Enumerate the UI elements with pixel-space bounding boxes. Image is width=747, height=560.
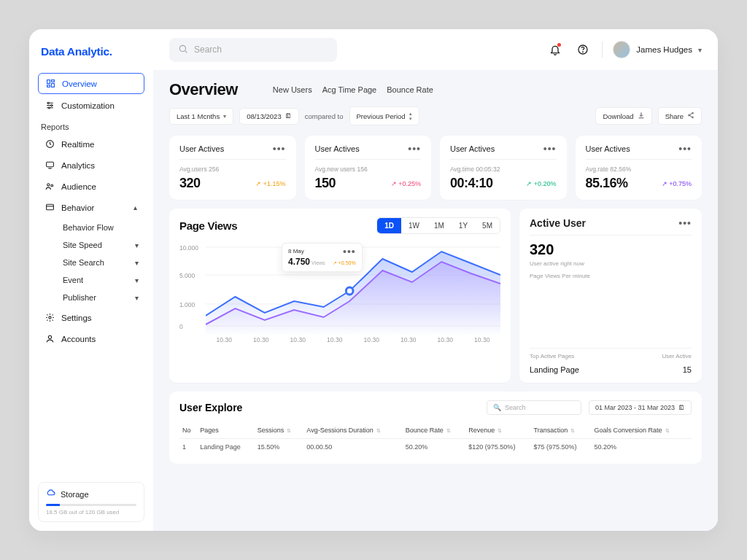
col-header[interactable]: Bounce Rate ⇅ xyxy=(403,422,466,439)
segment-1M[interactable]: 1M xyxy=(427,218,452,233)
date-picker[interactable]: 08/13/2023🗓 xyxy=(239,108,299,125)
tab-acg[interactable]: Acg Time Page xyxy=(322,85,377,94)
stat-delta: ↗ +1.15% xyxy=(255,180,285,187)
segment-1W[interactable]: 1W xyxy=(401,218,427,233)
active-user-sub1: User active right now xyxy=(530,260,692,267)
share-button[interactable]: Share xyxy=(658,107,702,125)
svg-rect-0 xyxy=(47,80,50,84)
col-header[interactable]: Sessions ⇅ xyxy=(255,422,303,439)
chevron-down-icon: ▾ xyxy=(135,259,139,267)
svg-point-24 xyxy=(689,114,690,116)
nav-behavior[interactable]: Behavior ▴ xyxy=(38,198,144,217)
nav-settings[interactable]: Settings xyxy=(38,308,144,327)
nav-label: Settings xyxy=(61,314,92,322)
nav-publisher[interactable]: Publisher▾ xyxy=(57,289,144,306)
svg-point-13 xyxy=(47,184,50,186)
more-icon[interactable]: ••• xyxy=(273,147,286,150)
nav-site-speed[interactable]: Site Speed▾ xyxy=(57,236,144,254)
search-icon: 🔍 xyxy=(493,404,501,411)
segment-1D[interactable]: 1D xyxy=(377,218,401,233)
nav-customization[interactable]: Customization xyxy=(38,96,144,115)
notifications-button[interactable] xyxy=(546,41,564,58)
col-header[interactable]: Pages xyxy=(197,422,255,439)
range-select[interactable]: Last 1 Mcnths▾ xyxy=(169,108,233,125)
ue-date-picker[interactable]: 01 Mar 2023 - 31 Mar 2023🗓 xyxy=(589,400,692,415)
compared-label: compared to xyxy=(305,112,344,120)
ue-search-input[interactable]: 🔍Search xyxy=(487,400,581,415)
reports-label: Reports xyxy=(38,117,144,133)
window-icon xyxy=(45,203,55,212)
more-icon[interactable]: ••• xyxy=(543,147,557,150)
active-user-value: 320 xyxy=(530,241,692,258)
range-segments: 1D1W1M1Y5M xyxy=(376,217,500,234)
more-icon[interactable]: ••• xyxy=(408,147,421,150)
col-header[interactable]: Transaction ⇅ xyxy=(531,422,592,439)
svg-line-26 xyxy=(689,114,692,115)
sub-label: Publisher xyxy=(63,293,96,302)
table-cell: $75 (975.50%) xyxy=(531,439,592,456)
col-header[interactable]: Revenue ⇅ xyxy=(465,422,530,439)
page-title: Overview xyxy=(169,80,238,99)
chevron-down-icon: ▾ xyxy=(698,46,702,54)
stat-card: User Actives••• Avg.time 00:05:32 00:4:1… xyxy=(440,136,567,200)
nav-site-search[interactable]: Site Search▾ xyxy=(57,254,144,271)
svg-point-7 xyxy=(47,102,49,104)
download-button[interactable]: Download xyxy=(595,107,651,125)
nav-realtime[interactable]: Realtime xyxy=(38,134,144,154)
landing-page-value: 15 xyxy=(683,365,692,374)
tab-new-users[interactable]: New Users xyxy=(273,85,312,94)
nav-behavior-flow[interactable]: Behavior Flow xyxy=(57,219,144,236)
stat-delta: ↗ +0.20% xyxy=(526,180,556,187)
nav-label: Accounts xyxy=(61,335,96,343)
stat-sub: Avg.users 256 xyxy=(179,166,286,173)
tab-bounce[interactable]: Bounce Rate xyxy=(387,85,433,94)
nav-audience[interactable]: Audience xyxy=(38,176,144,196)
table-cell: 50.20% xyxy=(592,439,692,456)
segment-5M[interactable]: 5M xyxy=(475,218,500,233)
sub-label: Event xyxy=(63,276,83,284)
nav-analytics[interactable]: Analytics xyxy=(38,155,144,175)
table-cell: 00.00.50 xyxy=(303,439,402,456)
more-icon[interactable]: ••• xyxy=(343,250,356,253)
tooltip-value: 4.750 xyxy=(288,257,310,267)
range-label: Last 1 Mcnths xyxy=(177,112,220,120)
stat-delta: ↗ +0.75% xyxy=(662,180,692,187)
search-input[interactable]: Search xyxy=(169,38,337,62)
user-explore-card: User Explore 🔍Search 01 Mar 2023 - 31 Ma… xyxy=(169,392,702,464)
more-icon[interactable]: ••• xyxy=(678,147,692,150)
svg-point-9 xyxy=(48,107,50,109)
nav-accounts[interactable]: Accounts xyxy=(38,329,144,349)
col-header[interactable]: Avg-Sessions Duration ⇅ xyxy=(303,422,402,439)
page-views-card: Page Views 1D1W1M1Y5M 10.000 5.000 1.000… xyxy=(169,209,511,383)
gear-icon xyxy=(45,313,55,322)
x-tick: 10.30 xyxy=(390,336,427,343)
chevron-down-icon: ▾ xyxy=(135,294,139,302)
user-icon xyxy=(45,334,55,343)
segment-1Y[interactable]: 1Y xyxy=(452,218,475,233)
more-icon[interactable]: ••• xyxy=(678,222,692,225)
ue-table: NoPagesSessions ⇅Avg-Sessions Duration ⇅… xyxy=(179,422,692,455)
col-header[interactable]: No xyxy=(179,422,197,439)
sliders-icon xyxy=(45,101,55,110)
chart-tooltip: 8 May••• 4.750Views ↗ +0.50% xyxy=(282,243,363,272)
page-views-chart: 10.000 5.000 1.000 0 xyxy=(179,241,500,343)
period-select[interactable]: Previous Period▴▾ xyxy=(349,106,419,125)
svg-point-25 xyxy=(692,117,694,118)
sort-icon: ⇅ xyxy=(569,428,575,433)
nav-overview[interactable]: Overview xyxy=(38,73,144,94)
download-icon xyxy=(638,112,645,120)
sub-label: Site Speed xyxy=(63,241,102,249)
help-button[interactable] xyxy=(574,41,592,58)
nav-label: Behavior xyxy=(61,203,94,212)
x-axis: 10.3010.3010.3010.3010.3010.3010.3010.30 xyxy=(206,336,500,343)
monitor-icon xyxy=(45,160,55,170)
svg-point-8 xyxy=(51,104,53,106)
col-header[interactable]: Goals Conversion Rate ⇅ xyxy=(592,422,692,439)
profile-menu[interactable]: James Hudges ▾ xyxy=(613,41,702,58)
nav-event[interactable]: Event▾ xyxy=(57,271,144,289)
tabs: New Users Acg Time Page Bounce Rate xyxy=(273,85,433,94)
ue-title: User Explore xyxy=(179,402,242,413)
x-tick: 10.30 xyxy=(427,336,464,343)
x-tick: 10.30 xyxy=(353,336,390,343)
sub-label: Behavior Flow xyxy=(63,223,114,232)
